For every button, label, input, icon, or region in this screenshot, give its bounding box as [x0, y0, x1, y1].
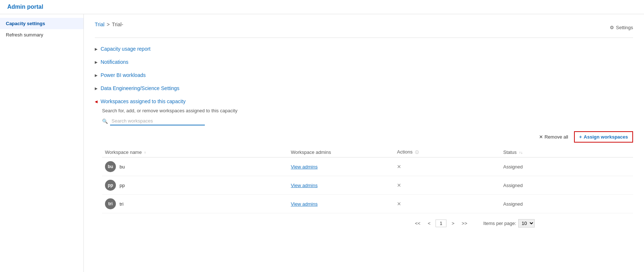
- pagination-next-button[interactable]: >: [449, 220, 457, 227]
- pagination-current-page: 1: [436, 219, 446, 227]
- section-data-engineering-label: Data Engineering/Science Settings: [101, 85, 179, 91]
- remove-workspace-button[interactable]: ✕: [397, 182, 401, 188]
- sidebar: Capacity settings Refresh summary: [0, 14, 84, 272]
- workspaces-table: Workspace name ↑ Workspace admins Action…: [102, 147, 633, 213]
- section-workspaces: ◀ Workspaces assigned to this capacity S…: [95, 96, 633, 228]
- workspace-name-cell: pp pp: [105, 180, 285, 191]
- section-data-engineering-header[interactable]: ▶ Data Engineering/Science Settings: [95, 83, 633, 93]
- app-layout: Admin portal Capacity settings Refresh s…: [0, 0, 644, 272]
- breadcrumb-part2: Trial-: [112, 22, 123, 27]
- app-title: Admin portal: [7, 4, 637, 10]
- col-header-name[interactable]: Workspace name ↑: [102, 147, 288, 158]
- sidebar-item-refresh-summary[interactable]: Refresh summary: [0, 29, 83, 40]
- settings-link[interactable]: ⚙ Settings: [610, 25, 633, 30]
- avatar: tri: [105, 198, 116, 209]
- breadcrumb-separator: >: [107, 22, 110, 27]
- table-body: bu bu View admins ✕: [102, 158, 633, 213]
- avatar: bu: [105, 161, 116, 172]
- workspace-name: tri: [120, 201, 124, 207]
- sort-icon-status: ↑↓: [519, 151, 523, 155]
- section-power-bi: ▶ Power BI workloads: [95, 70, 633, 80]
- search-input[interactable]: [110, 117, 205, 125]
- remove-all-label: Remove all: [545, 134, 568, 140]
- workspace-name: pp: [120, 183, 125, 188]
- table-row: pp pp View admins ✕: [102, 176, 633, 195]
- section-power-bi-header[interactable]: ▶ Power BI workloads: [95, 70, 633, 80]
- app-header: Admin portal: [0, 0, 644, 14]
- workspaces-section: Search for, add, or remove workspaces as…: [95, 108, 633, 228]
- x-icon: ✕: [539, 134, 543, 140]
- actions-row: ✕ Remove all + Assign workspaces: [102, 131, 633, 143]
- table-row: bu bu View admins ✕: [102, 158, 633, 176]
- section-workspaces-header[interactable]: ◀ Workspaces assigned to this capacity: [95, 96, 633, 106]
- section-notifications: ▶ Notifications: [95, 57, 633, 67]
- workspace-name: bu: [120, 164, 125, 170]
- items-per-page-container: Items per page: 10 20 50: [483, 219, 535, 228]
- remove-all-button[interactable]: ✕ Remove all: [539, 134, 568, 140]
- section-power-bi-label: Power BI workloads: [101, 72, 146, 78]
- section-capacity-usage-label: Capacity usage report: [101, 46, 151, 52]
- divider: [95, 38, 633, 38]
- main-content: Trial > Trial- ⚙ Settings ▶ Capacity usa…: [84, 14, 644, 272]
- breadcrumb-part1[interactable]: Trial: [95, 22, 105, 27]
- pagination-prev-button[interactable]: <: [426, 220, 433, 227]
- pagination-last-button[interactable]: >>: [460, 220, 469, 227]
- status-badge: Assigned: [503, 183, 523, 188]
- workspaces-description: Search for, add, or remove workspaces as…: [102, 108, 633, 113]
- status-badge: Assigned: [503, 201, 523, 207]
- main-layout: Capacity settings Refresh summary Trial …: [0, 14, 644, 272]
- sort-icon-name: ↑: [144, 151, 146, 155]
- col-header-actions: Actions ⓘ: [394, 147, 500, 158]
- section-workspaces-label: Workspaces assigned to this capacity: [101, 98, 186, 104]
- section-capacity-usage: ▶ Capacity usage report: [95, 44, 633, 54]
- table-row: tri tri View admins ✕: [102, 195, 633, 213]
- info-icon: ⓘ: [415, 150, 419, 154]
- chevron-icon: ▶: [95, 47, 98, 51]
- workspace-name-cell: bu bu: [105, 161, 285, 172]
- view-admins-link[interactable]: View admins: [291, 183, 317, 188]
- settings-label: Settings: [616, 25, 633, 30]
- plus-icon: +: [579, 134, 582, 140]
- section-capacity-usage-header[interactable]: ▶ Capacity usage report: [95, 44, 633, 54]
- view-admins-link[interactable]: View admins: [291, 201, 317, 207]
- chevron-icon: ▶: [95, 86, 98, 90]
- section-data-engineering: ▶ Data Engineering/Science Settings: [95, 83, 633, 93]
- sidebar-item-capacity-settings[interactable]: Capacity settings: [0, 18, 83, 29]
- assign-workspaces-label: Assign workspaces: [584, 134, 628, 140]
- gear-icon: ⚙: [610, 25, 614, 30]
- view-admins-link[interactable]: View admins: [291, 164, 317, 170]
- chevron-expanded-icon: ◀: [95, 100, 98, 104]
- chevron-icon: ▶: [95, 60, 98, 64]
- remove-workspace-button[interactable]: ✕: [397, 164, 401, 170]
- section-notifications-label: Notifications: [101, 59, 128, 65]
- items-per-page-label: Items per page:: [483, 221, 516, 226]
- workspace-name-cell: tri tri: [105, 198, 285, 209]
- pagination: << < 1 > >> Items per page: 10 20 50: [102, 219, 633, 228]
- assign-workspaces-button[interactable]: + Assign workspaces: [574, 131, 633, 143]
- remove-workspace-button[interactable]: ✕: [397, 201, 401, 207]
- search-icon: 🔍: [102, 118, 108, 124]
- section-notifications-header[interactable]: ▶ Notifications: [95, 57, 633, 67]
- items-per-page-select[interactable]: 10 20 50: [518, 219, 535, 228]
- pagination-first-button[interactable]: <<: [413, 220, 422, 227]
- breadcrumb: Trial > Trial-: [95, 22, 123, 27]
- top-bar: Trial > Trial- ⚙ Settings: [95, 22, 633, 33]
- table-header: Workspace name ↑ Workspace admins Action…: [102, 147, 633, 158]
- col-header-status[interactable]: Status ↑↓: [500, 147, 633, 158]
- col-header-admins: Workspace admins: [288, 147, 394, 158]
- status-badge: Assigned: [503, 164, 523, 170]
- avatar: pp: [105, 180, 116, 191]
- search-bar: 🔍: [102, 117, 633, 125]
- chevron-icon: ▶: [95, 73, 98, 77]
